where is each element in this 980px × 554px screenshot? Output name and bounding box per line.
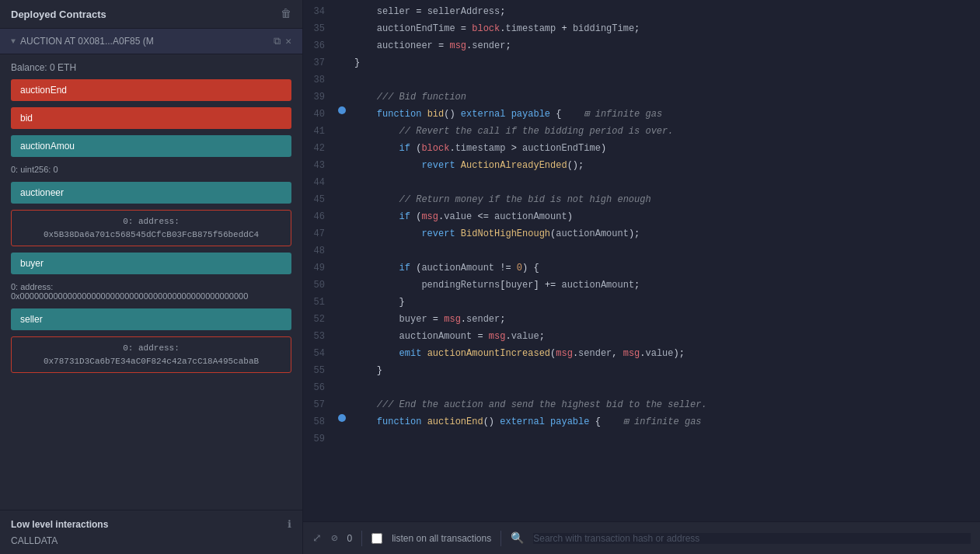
- code-line: 59: [303, 430, 980, 448]
- copy-icon[interactable]: ⧉: [274, 36, 281, 47]
- seller-button[interactable]: seller: [11, 308, 291, 330]
- code-line: 35 auctionEndTime = block.timestamp + bi…: [303, 20, 980, 37]
- search-input[interactable]: [533, 533, 971, 544]
- code-line: 50 pendingReturns[buyer] += auctionAmoun…: [303, 277, 980, 294]
- code-line: 43 revert AuctionAlreadyEnded();: [303, 157, 980, 174]
- code-line: 40 function bid() external payable { ⊞ i…: [303, 106, 980, 123]
- calldata-label: CALLDATA: [11, 535, 291, 546]
- divider: [361, 531, 362, 546]
- auctioneer-button[interactable]: auctioneer: [11, 182, 291, 204]
- code-line: 34 seller = sellerAddress;: [303, 3, 980, 20]
- code-line: 52 buyer = msg.sender;: [303, 311, 980, 328]
- code-line: 47 revert BidNotHighEnough(auctionAmount…: [303, 225, 980, 242]
- code-line: 44: [303, 174, 980, 191]
- listen-checkbox[interactable]: [371, 533, 382, 544]
- transaction-count: 0: [347, 533, 352, 544]
- code-line: 57 /// End the auction and send the high…: [303, 396, 980, 413]
- auction-amount-value: 0: uint256: 0: [11, 163, 291, 176]
- contract-header: ▼ AUCTION AT 0X081...A0F85 (M ⧉ ✕: [0, 29, 302, 54]
- divider: [500, 531, 501, 546]
- code-area: 34 seller = sellerAddress; 35 auctionEnd…: [303, 0, 980, 521]
- low-level-section: Low level interactions ℹ CALLDATA: [0, 510, 302, 554]
- code-line: 54 emit auctionAmountIncreased(msg.sende…: [303, 345, 980, 362]
- info-icon: ℹ: [288, 518, 291, 531]
- buyer-address: 0: address: 0x00000000000000000000000000…: [11, 280, 291, 302]
- code-line: 53 auctionAmount = msg.value;: [303, 328, 980, 345]
- bottom-bar: ⤢ ⊘ 0 listen on all transactions 🔍: [303, 521, 980, 554]
- close-icon[interactable]: ✕: [285, 35, 291, 47]
- panel-header: Deployed Contracts 🗑: [0, 0, 302, 29]
- code-line: 58 function auctionEnd() external payabl…: [303, 413, 980, 430]
- code-line: 51 }: [303, 294, 980, 311]
- left-panel: Deployed Contracts 🗑 ▼ AUCTION AT 0X081.…: [0, 0, 303, 554]
- low-level-header: Low level interactions ℹ: [11, 518, 291, 531]
- low-level-title: Low level interactions: [11, 519, 108, 530]
- auction-end-button[interactable]: auctionEnd: [11, 79, 291, 101]
- trash-icon[interactable]: 🗑: [281, 8, 291, 20]
- stop-icon[interactable]: ⊘: [331, 531, 337, 545]
- code-line: 56: [303, 379, 980, 396]
- code-line: 36 auctioneer = msg.sender;: [303, 37, 980, 54]
- code-line: 55 }: [303, 362, 980, 379]
- right-panel: 34 seller = sellerAddress; 35 auctionEnd…: [303, 0, 980, 554]
- auction-amount-button[interactable]: auctionAmou: [11, 135, 291, 157]
- code-line: 41 // Revert the call if the bidding per…: [303, 123, 980, 140]
- buyer-button[interactable]: buyer: [11, 253, 291, 274]
- code-line: 39 /// Bid function: [303, 89, 980, 106]
- panel-title: Deployed Contracts: [11, 9, 106, 20]
- contract-name: AUCTION AT 0X081...A0F85 (M: [20, 36, 269, 47]
- code-line: 37 }: [303, 54, 980, 71]
- chevron-down-icon: ▼: [11, 37, 16, 46]
- contract-body: Balance: 0 ETH auctionEnd bid auctionAmo…: [0, 54, 302, 510]
- bid-button[interactable]: bid: [11, 107, 291, 129]
- listen-label: listen on all transactions: [392, 533, 491, 544]
- code-line: 42 if (block.timestamp > auctionEndTime): [303, 140, 980, 157]
- code-line: 38: [303, 71, 980, 89]
- auctioneer-address: 0: address: 0x5B38Da6a701c568545dCfcB03F…: [11, 210, 291, 246]
- seller-address: 0: address: 0x78731D3Ca6b7E34aC0F824c42a…: [11, 336, 291, 373]
- balance-display: Balance: 0 ETH: [11, 62, 291, 73]
- code-line: 49 if (auctionAmount != 0) {: [303, 260, 980, 277]
- search-icon: 🔍: [511, 531, 524, 545]
- code-line: 46 if (msg.value <= auctionAmount): [303, 208, 980, 225]
- code-line: 48: [303, 242, 980, 260]
- code-line: 45 // Return money if the bid is not hig…: [303, 191, 980, 208]
- expand-icon[interactable]: ⤢: [312, 531, 322, 545]
